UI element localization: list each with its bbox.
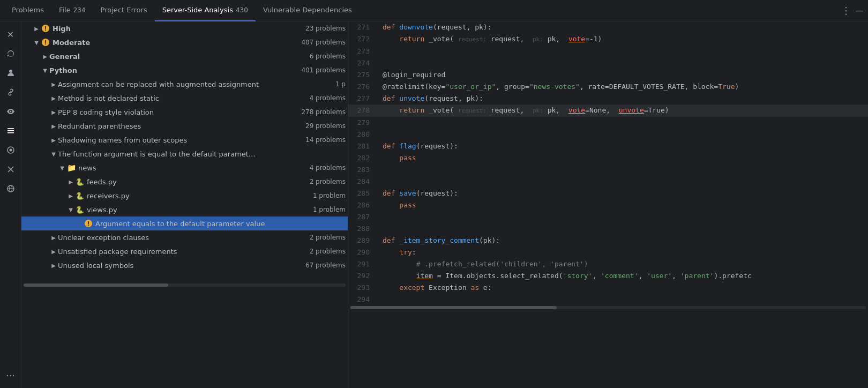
tree-count: 278 problems — [301, 108, 346, 116]
main-content: ✕ ··· ▶ ! — [0, 21, 868, 388]
tree-item-receivers[interactable]: ▶ 🐍 receivers.py 1 problem — [21, 189, 348, 203]
more-options-icon[interactable]: ⋮ — [841, 5, 851, 16]
tab-file[interactable]: File 234 — [51, 0, 93, 21]
code-line: 294 — [348, 294, 868, 305]
python-icon: 🐍 — [75, 191, 85, 200]
globe-icon[interactable] — [2, 180, 19, 197]
tree-item-arg-default[interactable]: ! Argument equals to the default paramet… — [21, 217, 348, 230]
tree-count: 14 problems — [305, 136, 346, 144]
chevron-icon: ▶ — [49, 261, 58, 270]
tree-item-python[interactable]: ▼ Python 401 problems — [21, 63, 348, 77]
tree-label: Unclear exception clauses — [58, 234, 306, 242]
circle-dot-icon[interactable] — [2, 141, 19, 159]
warning-icon: ! — [84, 219, 93, 228]
code-line-highlighted: 278 return _vote( request: request, pk: … — [348, 105, 868, 117]
chevron-icon: ▶ — [49, 136, 58, 144]
svg-rect-2 — [8, 130, 14, 131]
tree-label: PEP 8 coding style violation — [58, 108, 298, 116]
tree-item-assignment[interactable]: ▶ Assignment can be replaced with augmen… — [21, 77, 348, 91]
tree-count: 401 problems — [301, 66, 346, 74]
tree-item-general[interactable]: ▶ General 6 problems — [21, 49, 348, 63]
list-icon[interactable] — [2, 122, 19, 139]
tree-item-views[interactable]: ▼ 🐍 views.py 1 problem — [21, 203, 348, 217]
tree-count: 1 problem — [313, 192, 346, 199]
chevron-icon: ▼ — [41, 66, 49, 74]
svg-point-0 — [9, 70, 12, 73]
tab-problems[interactable]: Problems — [4, 0, 51, 21]
code-line: 281 def flag(request): — [348, 140, 868, 152]
code-line: 286 pass — [348, 199, 868, 211]
tree-item-shadowing[interactable]: ▶ Shadowing names from outer scopes 14 p… — [21, 133, 348, 147]
chevron-icon: ▶ — [66, 191, 75, 200]
tab-project-errors[interactable]: Project Errors — [93, 0, 155, 21]
tab-actions: ⋮ — — [841, 5, 864, 16]
link-icon[interactable] — [2, 84, 19, 101]
tree-label: Assignment can be replaced with augmente… — [58, 80, 332, 88]
tree-count: 29 problems — [305, 122, 346, 130]
chevron-icon: ▼ — [58, 163, 66, 172]
tree-label: The function argument is equal to the de… — [58, 150, 256, 158]
tree-item-unsatisfied[interactable]: ▶ Unsatisfied package requirements 2 pro… — [21, 244, 348, 258]
tree-label: Shadowing names from outer scopes — [58, 136, 302, 144]
code-line: 292 item = Item.objects.select_related('… — [348, 270, 868, 282]
chevron-icon: ▶ — [41, 52, 49, 61]
svg-point-5 — [9, 149, 12, 152]
chevron-icon: ▶ — [66, 177, 75, 186]
folder-icon: 📁 — [66, 163, 76, 173]
close-icon[interactable]: ✕ — [2, 26, 19, 43]
tree-item-moderate[interactable]: ▼ ! Moderate 407 problems — [21, 35, 348, 49]
tree-item-default-param[interactable]: ▼ The function argument is equal to the … — [21, 147, 348, 161]
code-line: 284 — [348, 176, 868, 188]
python-icon: 🐍 — [75, 177, 85, 186]
eye-icon[interactable] — [2, 103, 19, 120]
code-line: 280 — [348, 129, 868, 140]
code-line: 283 — [348, 164, 868, 176]
code-line: 274 — [348, 57, 868, 69]
tree-item-high[interactable]: ▶ ! High 23 problems — [21, 21, 348, 35]
tree-item-redundant[interactable]: ▶ Redundant parentheses 29 problems — [21, 119, 348, 133]
x-mark-icon[interactable] — [2, 161, 19, 178]
svg-rect-3 — [8, 132, 14, 133]
chevron-icon: ▶ — [49, 80, 58, 88]
minimize-icon[interactable]: — — [855, 5, 864, 16]
tree-count: 1 problem — [313, 206, 346, 213]
code-line: 272 return _vote( request: request, pk: … — [348, 33, 868, 46]
tree-count: 2 problems — [310, 248, 346, 255]
code-line: 276 @ratelimit(key="user_or_ip", group="… — [348, 81, 868, 93]
chevron-icon: ▶ — [49, 94, 58, 102]
tree-label: Redundant parentheses — [58, 122, 302, 130]
tree-label: General — [49, 53, 306, 61]
tree-item-news[interactable]: ▼ 📁 news 4 problems — [21, 161, 348, 175]
refresh-icon[interactable] — [2, 45, 19, 62]
chevron-icon: ▶ — [49, 233, 58, 242]
user-icon[interactable] — [2, 64, 19, 81]
warning-icon: ! — [41, 24, 50, 33]
warning-icon: ! — [41, 38, 50, 47]
code-lines: 271 def downvote(request, pk): 272 retur… — [348, 21, 868, 305]
tab-server-side[interactable]: Server-Side Analysis 430 — [155, 0, 256, 21]
code-editor[interactable]: 271 def downvote(request, pk): 272 retur… — [348, 21, 868, 388]
tree-item-unused[interactable]: ▶ Unused local symbols 67 problems — [21, 258, 348, 272]
chevron-icon: ▶ — [49, 247, 58, 256]
tab-vuln-deps[interactable]: Vulnerable Dependencies — [256, 0, 360, 21]
chevron-icon: ▼ — [66, 205, 75, 214]
chevron-icon: ▶ — [49, 108, 58, 116]
tree-label: views.py — [87, 206, 310, 214]
tree-item-unclear-exception[interactable]: ▶ Unclear exception clauses 2 problems — [21, 230, 348, 244]
tree-item-method-static[interactable]: ▶ Method is not declared static 4 proble… — [21, 91, 348, 105]
code-line: 288 — [348, 223, 868, 235]
tree-item-pep8[interactable]: ▶ PEP 8 coding style violation 278 probl… — [21, 105, 348, 119]
tree-count: 4 problems — [310, 164, 346, 171]
code-line: 277 def unvote(request, pk): — [348, 93, 868, 105]
tree-count: 23 problems — [305, 25, 346, 32]
tree-count: 67 problems — [305, 262, 346, 269]
tree-count: 1 p — [335, 80, 346, 88]
tree-label: Unused local symbols — [58, 262, 302, 270]
tree-count: 6 problems — [310, 53, 346, 60]
tree-item-feeds[interactable]: ▶ 🐍 feeds.py 2 problems — [21, 175, 348, 189]
chevron-icon: ▼ — [49, 150, 58, 158]
tree-label: Moderate — [53, 39, 298, 47]
more-dots-icon[interactable]: ··· — [2, 367, 19, 384]
code-line: 289 def _item_story_comment(pk): — [348, 235, 868, 247]
code-line: 271 def downvote(request, pk): — [348, 21, 868, 33]
